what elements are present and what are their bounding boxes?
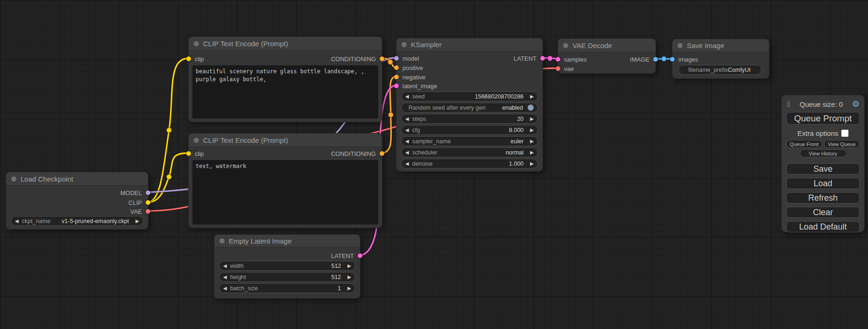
view-queue-button[interactable]: View Queue (824, 140, 860, 148)
queue-panel: ⣿ Queue size: 0 ⚙ Queue Prompt Extra opt… (781, 95, 865, 232)
arrow-left-icon[interactable]: ◀ (405, 128, 409, 133)
widget-steps[interactable]: ◀ steps 20 ▶ (401, 114, 538, 124)
arrow-left-icon[interactable]: ◀ (405, 117, 409, 121)
clear-button[interactable]: Clear (786, 207, 860, 218)
latent-image-input-port[interactable] (394, 84, 399, 88)
widget-value: 512 (331, 263, 341, 269)
node-collapse-dot[interactable] (402, 42, 407, 47)
arrow-left-icon[interactable]: ◀ (405, 150, 409, 155)
slot-row-latent-image: latent_image (396, 81, 543, 91)
node-ksampler[interactable]: KSampler model LATENT positive negative … (396, 38, 543, 172)
positive-input-port[interactable] (394, 65, 399, 70)
node-load-checkpoint[interactable]: Load Checkpoint MODEL CLIP VAE ◀ ckpt_na… (6, 172, 148, 230)
toggle-enabled-dot[interactable] (528, 105, 534, 111)
node-empty-latent-image[interactable]: Empty Latent Image LATENT ◀ width 512 ▶ … (214, 234, 360, 299)
widget-value: 1.000 (509, 161, 523, 167)
latent-output-port[interactable] (540, 56, 545, 61)
save-button[interactable]: Save (786, 163, 860, 175)
widget-label: width (230, 263, 244, 269)
widget-cfg[interactable]: ◀ cfg 8.000 ▶ (401, 125, 538, 135)
arrow-right-icon[interactable]: ▶ (530, 161, 534, 166)
queue-prompt-button[interactable]: Queue Prompt (786, 112, 860, 125)
node-title-bar[interactable]: Save Image (672, 39, 769, 52)
node-title-bar[interactable]: CLIP Text Encode (Prompt) (189, 133, 382, 147)
node-title-bar[interactable]: KSampler (396, 38, 543, 51)
node-collapse-dot[interactable] (194, 138, 199, 143)
widget-value: v1-5-pruned-emaonly.ckpt (62, 218, 129, 224)
load-default-button[interactable]: Load Default (786, 221, 860, 232)
node-graph-canvas[interactable]: Load Checkpoint MODEL CLIP VAE ◀ ckpt_na… (0, 0, 868, 329)
prompt-textarea[interactable]: text, watermark (192, 160, 378, 224)
arrow-right-icon[interactable]: ▶ (530, 117, 534, 121)
drag-handle-icon[interactable]: ⣿ (786, 101, 790, 107)
images-input-port[interactable] (670, 57, 675, 62)
arrow-left-icon[interactable]: ◀ (223, 275, 227, 280)
output-row-latent: LATENT (214, 251, 360, 260)
arrow-left-icon[interactable]: ◀ (223, 264, 227, 268)
widget-ckpt-name[interactable]: ◀ ckpt_name v1-5-pruned-emaonly.ckpt ▶ (11, 216, 143, 226)
output-label: CONDITIONING (331, 150, 376, 157)
widget-random-seed-toggle[interactable]: Random seed after every gen enabled (401, 103, 538, 112)
view-history-button[interactable]: View History (800, 149, 847, 157)
node-clip-text-encode-positive[interactable]: CLIP Text Encode (Prompt) clip CONDITION… (188, 36, 382, 122)
arrow-left-icon[interactable]: ◀ (405, 94, 409, 99)
widget-filename-prefix[interactable]: filename_prefix ComfyUI (678, 65, 762, 75)
latent-output-port[interactable] (358, 253, 362, 258)
arrow-right-icon[interactable]: ▶ (530, 94, 534, 99)
prompt-textarea[interactable]: beautiful scenery nature glass bottle la… (192, 65, 378, 119)
arrow-left-icon[interactable]: ◀ (15, 219, 19, 224)
node-title: CLIP Text Encode (Prompt) (203, 40, 288, 48)
clip-input-port[interactable] (186, 56, 191, 61)
node-collapse-dot[interactable] (563, 43, 568, 48)
model-output-port[interactable] (146, 190, 150, 195)
extra-options-checkbox[interactable] (841, 130, 848, 137)
widget-denoise[interactable]: ◀ denoise 1.000 ▶ (401, 159, 538, 168)
conditioning-output-port[interactable] (380, 151, 384, 156)
arrow-right-icon[interactable]: ▶ (135, 219, 139, 224)
arrow-left-icon[interactable]: ◀ (223, 286, 227, 291)
arrow-right-icon[interactable]: ▶ (347, 264, 351, 268)
samples-input-port[interactable] (556, 57, 560, 62)
arrow-left-icon[interactable]: ◀ (405, 139, 409, 144)
image-output-port[interactable] (653, 57, 658, 62)
arrow-left-icon[interactable]: ◀ (405, 161, 409, 166)
node-title-bar[interactable]: Empty Latent Image (214, 235, 360, 247)
arrow-right-icon[interactable]: ▶ (530, 150, 534, 155)
queue-front-button[interactable]: Queue Front (786, 140, 822, 148)
slot-row: clip CONDITIONING (189, 149, 382, 158)
clip-input-port[interactable] (186, 151, 191, 156)
output-label: CLIP (128, 199, 142, 206)
conditioning-output-port[interactable] (380, 56, 384, 61)
widget-scheduler[interactable]: ◀ scheduler normal ▶ (401, 147, 538, 157)
node-title-bar[interactable]: Load Checkpoint (6, 172, 148, 186)
clip-output-port[interactable] (146, 200, 150, 205)
widget-sampler-name[interactable]: ◀ sampler_name euler ▶ (401, 136, 538, 146)
arrow-right-icon[interactable]: ▶ (530, 128, 534, 133)
vae-input-port[interactable] (556, 66, 560, 71)
node-vae-decode[interactable]: VAE Decode samples IMAGE vae (557, 38, 656, 74)
negative-input-port[interactable] (394, 75, 399, 79)
node-title-bar[interactable]: CLIP Text Encode (Prompt) (189, 37, 382, 50)
node-save-image[interactable]: Save Image images filename_prefix ComfyU… (672, 39, 769, 79)
gear-icon[interactable]: ⚙ (852, 100, 860, 108)
vae-output-port[interactable] (146, 209, 150, 214)
refresh-button[interactable]: Refresh (786, 192, 860, 203)
arrow-right-icon[interactable]: ▶ (347, 275, 351, 280)
node-collapse-dot[interactable] (677, 43, 683, 48)
node-collapse-dot[interactable] (11, 176, 16, 182)
widget-width[interactable]: ◀ width 512 ▶ (219, 261, 355, 271)
load-button[interactable]: Load (786, 178, 860, 189)
model-input-port[interactable] (394, 56, 399, 61)
node-collapse-dot[interactable] (194, 41, 199, 46)
widget-batch-size[interactable]: ◀ batch_size 1 ▶ (219, 283, 355, 293)
widget-label: sampler_name (412, 138, 451, 145)
node-title-bar[interactable]: VAE Decode (558, 39, 656, 52)
widget-seed[interactable]: ◀ seed 156680208700286 ▶ (401, 91, 538, 101)
arrow-right-icon[interactable]: ▶ (530, 139, 534, 144)
slot-row-positive: positive (396, 63, 543, 72)
arrow-right-icon[interactable]: ▶ (347, 286, 351, 291)
widget-height[interactable]: ◀ height 512 ▶ (219, 272, 355, 282)
node-clip-text-encode-negative[interactable]: CLIP Text Encode (Prompt) clip CONDITION… (188, 133, 382, 228)
node-collapse-dot[interactable] (219, 238, 225, 244)
node-title: VAE Decode (572, 42, 612, 49)
